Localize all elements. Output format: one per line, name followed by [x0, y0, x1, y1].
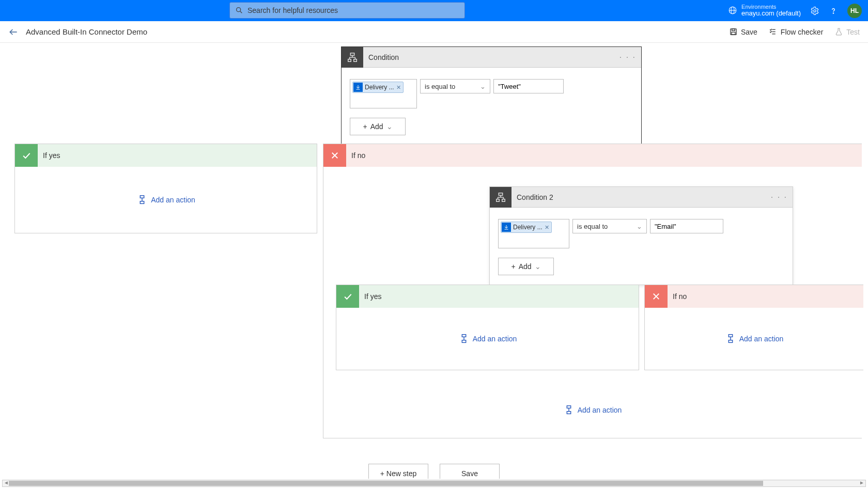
- svg-line-1: [240, 11, 242, 13]
- globe-icon: [728, 6, 737, 15]
- search-container[interactable]: [229, 2, 465, 19]
- condition-menu-icon[interactable]: · · ·: [619, 53, 636, 62]
- new-step-button[interactable]: + New step: [368, 464, 428, 479]
- condition-card-1[interactable]: Condition · · · Delivery ... ✕ is equal …: [341, 46, 642, 145]
- svg-rect-42: [567, 406, 570, 408]
- x-icon: [645, 285, 668, 308]
- add-condition-row-button[interactable]: + Add ⌄: [498, 258, 554, 275]
- if-yes-branch-2: If yes Add an action: [336, 285, 639, 370]
- horizontal-scrollbar[interactable]: ◄ ►: [2, 480, 866, 487]
- token-remove-icon[interactable]: ✕: [396, 84, 401, 91]
- condition-right-value[interactable]: [493, 79, 564, 93]
- svg-rect-39: [729, 335, 732, 337]
- if-no-branch-2: If no Add an action: [644, 285, 863, 370]
- svg-rect-26: [497, 199, 500, 201]
- condition-left-value[interactable]: Delivery ... ✕: [350, 79, 417, 108]
- search-input[interactable]: [247, 6, 459, 14]
- settings-gear-icon[interactable]: [810, 6, 819, 15]
- if-no-label: If no: [346, 144, 862, 167]
- flask-icon: [834, 27, 843, 36]
- scrollbar-thumb[interactable]: [9, 481, 763, 486]
- chevron-down-icon: ⌄: [386, 122, 393, 131]
- add-condition-row-button[interactable]: + Add ⌄: [350, 118, 406, 135]
- condition-card-2[interactable]: Condition 2 · · · Delivery ... ✕ is equa…: [489, 186, 793, 285]
- flow-checker-button[interactable]: Flow checker: [769, 27, 823, 36]
- operator-label: is equal to: [577, 223, 608, 230]
- test-label: Test: [846, 28, 860, 36]
- condition-header[interactable]: Condition · · ·: [342, 47, 641, 68]
- svg-rect-9: [732, 29, 735, 31]
- svg-rect-25: [499, 193, 502, 195]
- operator-label: is equal to: [425, 83, 455, 90]
- if-yes-branch-1: If yes Add an action: [14, 144, 317, 233]
- token-label: Delivery ...: [513, 224, 542, 231]
- env-name: enayu.com (default): [741, 10, 801, 17]
- condition-title: Condition 2: [512, 193, 771, 201]
- condition-icon: [490, 187, 512, 208]
- svg-point-6: [833, 12, 833, 13]
- condition-left-value[interactable]: Delivery ... ✕: [498, 219, 569, 248]
- add-label: Add: [519, 262, 532, 271]
- add-action-label: Add an action: [151, 196, 195, 204]
- save-flow-button[interactable]: Save: [440, 464, 500, 479]
- check-icon: [336, 285, 359, 308]
- if-yes-label: If yes: [38, 144, 317, 167]
- save-label: Save: [741, 28, 757, 36]
- scroll-left-arrow-icon[interactable]: ◄: [4, 480, 9, 485]
- svg-rect-20: [141, 196, 144, 198]
- chevron-down-icon: ⌄: [535, 262, 541, 271]
- user-avatar[interactable]: HL: [847, 4, 862, 18]
- svg-point-0: [237, 8, 241, 12]
- chevron-down-icon: ⌄: [637, 223, 642, 230]
- toolbar: Advanced Built-In Connector Demo Save Fl…: [0, 21, 868, 43]
- svg-rect-22: [141, 201, 144, 204]
- flow-checker-label: Flow checker: [781, 28, 823, 36]
- canvas[interactable]: Condition · · · Delivery ... ✕ is equal …: [0, 43, 868, 479]
- token-source-icon: [502, 223, 511, 232]
- add-label: Add: [370, 122, 383, 131]
- chevron-down-icon: ⌄: [480, 83, 486, 90]
- environment-picker[interactable]: Environments enayu.com (default): [728, 4, 801, 17]
- condition-header[interactable]: Condition 2 · · ·: [490, 187, 793, 208]
- if-no-label: If no: [668, 285, 863, 308]
- condition-operator-select[interactable]: is equal to ⌄: [420, 79, 490, 93]
- condition-right-value[interactable]: [650, 219, 723, 233]
- svg-rect-13: [354, 59, 357, 61]
- dynamic-token[interactable]: Delivery ... ✕: [501, 222, 552, 233]
- if-no-branch-1: If no: [323, 144, 862, 167]
- svg-rect-27: [502, 199, 505, 201]
- svg-rect-34: [462, 335, 466, 337]
- search-icon: [235, 6, 243, 14]
- top-bar: Environments enayu.com (default) HL: [0, 0, 868, 21]
- add-action-button[interactable]: Add an action: [458, 333, 517, 344]
- back-arrow-icon[interactable]: [8, 27, 19, 37]
- env-label: Environments: [741, 4, 801, 10]
- token-remove-icon[interactable]: ✕: [545, 224, 549, 231]
- add-action-button[interactable]: Add an action: [563, 404, 622, 416]
- dynamic-token[interactable]: Delivery ... ✕: [352, 82, 404, 93]
- test-button[interactable]: Test: [834, 27, 860, 36]
- svg-rect-44: [567, 412, 570, 414]
- help-icon[interactable]: [829, 6, 838, 15]
- svg-rect-12: [348, 59, 351, 61]
- save-icon: [729, 27, 738, 36]
- condition-menu-icon[interactable]: · · ·: [771, 193, 787, 202]
- svg-rect-36: [462, 340, 466, 343]
- condition-icon: [342, 47, 363, 68]
- add-action-label: Add an action: [473, 335, 517, 343]
- add-action-button[interactable]: Add an action: [136, 194, 195, 206]
- svg-point-5: [814, 9, 816, 12]
- condition-operator-select[interactable]: is equal to ⌄: [572, 219, 647, 233]
- if-yes-label: If yes: [359, 285, 639, 308]
- check-icon: [15, 144, 38, 167]
- plus-icon: +: [363, 122, 367, 131]
- svg-rect-10: [732, 32, 735, 35]
- token-label: Delivery ...: [365, 84, 394, 91]
- add-action-button[interactable]: Add an action: [725, 333, 784, 344]
- add-action-label: Add an action: [739, 335, 784, 343]
- flow-checker-icon: [769, 27, 778, 36]
- scroll-right-arrow-icon[interactable]: ►: [859, 480, 864, 485]
- add-action-label: Add an action: [578, 406, 622, 414]
- save-button[interactable]: Save: [729, 27, 757, 36]
- flow-title: Advanced Built-In Connector Demo: [26, 27, 147, 36]
